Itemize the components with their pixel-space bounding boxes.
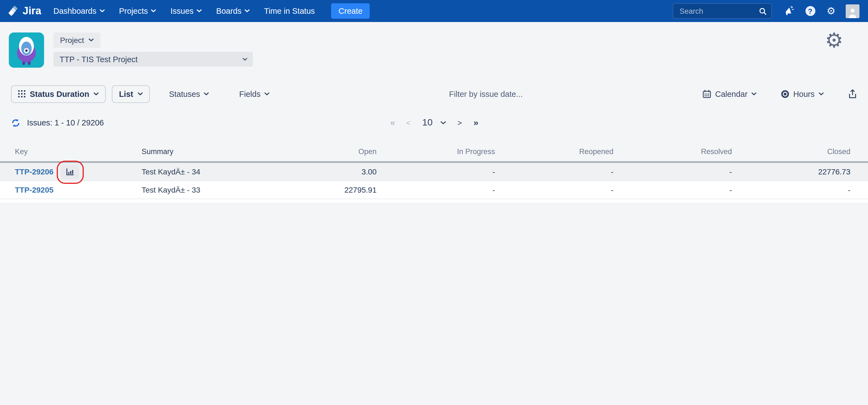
issues-bar-top: Issues: 1 - 10 / 29206 « < 10 > » <box>0 112 868 134</box>
chevron-down-icon <box>751 92 756 96</box>
gear-icon: ⚙ <box>827 6 836 16</box>
toolbar-left: Status Duration List Statuses Fields <box>11 85 270 103</box>
resolved-cell: - <box>614 185 732 194</box>
summary-cell: Test KaydÄ± - 33 <box>142 185 258 194</box>
project-select[interactable]: TTP - TIS Test Project <box>54 52 253 67</box>
view-mode-label: List <box>119 90 133 98</box>
chevron-down-icon <box>204 92 209 96</box>
table-row: TTP-29205 Test KaydÄ± - 33 22795.91 - - … <box>0 181 868 199</box>
page-size-dropdown[interactable]: 10 <box>422 117 446 128</box>
report-type-dropdown[interactable]: Status Duration <box>11 85 106 103</box>
help-icon: ? <box>805 6 815 16</box>
column-header-resolved[interactable]: Resolved <box>614 147 732 156</box>
calendar-dropdown[interactable]: Calendar <box>703 90 756 98</box>
report-settings-gear-icon[interactable]: ⚙ <box>825 30 843 50</box>
settings-button[interactable]: ⚙ <box>825 4 838 18</box>
chevron-down-icon <box>818 92 824 96</box>
jira-logo-text: Jira <box>23 5 41 17</box>
chevron-down-icon <box>100 9 105 13</box>
key-cell: TTP-29206 <box>15 164 142 179</box>
page-size-value: 10 <box>422 117 433 128</box>
time-unit-dropdown[interactable]: Hours <box>781 90 824 98</box>
jira-logo-icon <box>8 5 19 17</box>
open-cell: 3.00 <box>258 167 377 176</box>
issue-chart-button[interactable] <box>61 164 79 179</box>
user-silhouette-icon <box>846 6 858 18</box>
calendar-label: Calendar <box>715 90 748 98</box>
user-avatar[interactable] <box>845 4 859 18</box>
issue-key-link[interactable]: TTP-29205 <box>15 185 54 194</box>
issue-date-filter[interactable]: Filter by issue date... <box>270 90 703 98</box>
scope-label: Project <box>60 36 84 44</box>
report-type-label: Status Duration <box>30 90 89 98</box>
in-progress-cell: - <box>377 167 495 176</box>
chevron-down-icon <box>197 9 202 13</box>
nav-item-time-in-status[interactable]: Time in Status <box>264 7 315 15</box>
announcements-button[interactable] <box>783 4 796 18</box>
toolbar-right: Calendar Hours <box>703 89 857 99</box>
jira-logo[interactable]: Jira <box>8 5 41 17</box>
nav-item-label: Time in Status <box>264 7 315 15</box>
pagination-top: « < 10 > » <box>390 117 478 128</box>
chevron-down-icon <box>245 9 250 13</box>
table-body: TTP-29206 Test KaydÄ± - 34 3.00 - <box>0 163 868 203</box>
megaphone-icon <box>784 6 795 16</box>
column-header-key[interactable]: Key <box>15 147 142 156</box>
statuses-dropdown[interactable]: Statuses <box>169 90 209 98</box>
calendar-icon <box>703 90 711 98</box>
fields-label: Fields <box>239 90 260 98</box>
table-header: Key Summary Open In Progress Reopened Re… <box>0 141 868 163</box>
reopened-cell: - <box>495 167 614 176</box>
summary-cell: Test KaydÄ± - 34 <box>142 167 258 176</box>
refresh-icon[interactable] <box>11 118 20 127</box>
issues-count-label: Issues: 1 - 10 / 29206 <box>27 118 104 127</box>
target-eye-icon <box>781 90 789 98</box>
fields-dropdown[interactable]: Fields <box>239 90 269 98</box>
project-select-value: TTP - TIS Test Project <box>60 55 138 64</box>
project-avatar[interactable] <box>9 32 44 68</box>
chevron-down-icon <box>265 92 270 96</box>
nav-item-label: Boards <box>216 7 242 15</box>
nav-item-dashboards[interactable]: Dashboards <box>54 7 105 15</box>
nav-item-label: Dashboards <box>54 7 96 15</box>
column-header-in-progress[interactable]: In Progress <box>377 147 495 156</box>
nav-item-issues[interactable]: Issues <box>170 7 202 15</box>
table-row: TTP-29206 Test KaydÄ± - 34 3.00 - <box>0 163 868 181</box>
column-header-open[interactable]: Open <box>258 147 377 156</box>
next-page-button[interactable]: > <box>457 118 462 127</box>
closed-cell: - <box>732 185 850 194</box>
last-page-button[interactable]: » <box>473 118 478 128</box>
bar-chart-icon <box>66 168 74 176</box>
nav-item-boards[interactable]: Boards <box>216 7 250 15</box>
nav-item-projects[interactable]: Projects <box>119 7 156 15</box>
create-button[interactable]: Create <box>331 3 370 19</box>
page: Jira Dashboards Projects Issues Boards T… <box>0 0 868 203</box>
view-mode-dropdown[interactable]: List <box>112 85 150 103</box>
chevron-down-icon <box>440 121 446 125</box>
project-controls: Project TTP - TIS Test Project <box>54 32 253 67</box>
prev-page-button[interactable]: < <box>406 118 410 127</box>
first-page-button[interactable]: « <box>390 118 395 128</box>
chevron-down-icon <box>151 9 156 13</box>
column-header-reopened[interactable]: Reopened <box>495 147 614 156</box>
search-input[interactable] <box>679 6 758 16</box>
search-box[interactable] <box>673 3 772 19</box>
top-nav: Jira Dashboards Projects Issues Boards T… <box>0 0 868 22</box>
export-icon[interactable] <box>848 89 857 99</box>
chart-button-wrap <box>61 164 79 179</box>
issues-count-top: Issues: 1 - 10 / 29206 <box>11 118 104 127</box>
time-unit-label: Hours <box>793 90 814 98</box>
chevron-down-icon <box>137 92 143 96</box>
issue-key-link[interactable]: TTP-29206 <box>15 167 54 176</box>
statuses-label: Statuses <box>169 90 200 98</box>
column-header-summary[interactable]: Summary <box>142 147 258 156</box>
toolbar: Status Duration List Statuses Fields Fil… <box>0 85 868 103</box>
closed-cell: 22776.73 <box>732 167 850 176</box>
nav-item-label: Issues <box>170 7 194 15</box>
scope-dropdown[interactable]: Project <box>54 32 100 48</box>
table-row: TTP-29204 Test KaydÄ± - 32 15.83 22798.8… <box>0 199 868 203</box>
nav-item-label: Projects <box>119 7 148 15</box>
column-header-closed[interactable]: Closed <box>732 147 850 156</box>
help-button[interactable]: ? <box>804 4 817 18</box>
chevron-down-icon <box>242 58 247 61</box>
